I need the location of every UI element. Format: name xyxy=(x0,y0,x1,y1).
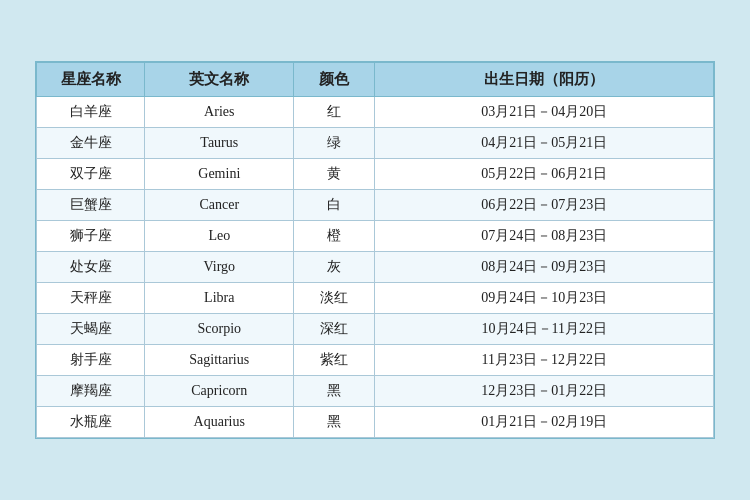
table-cell-10-3: 01月21日－02月19日 xyxy=(375,407,714,438)
table-row: 射手座Sagittarius紫红11月23日－12月22日 xyxy=(37,345,714,376)
header-color: 颜色 xyxy=(294,63,375,97)
table-cell-7-2: 深红 xyxy=(294,314,375,345)
table-cell-1-2: 绿 xyxy=(294,128,375,159)
table-cell-3-1: Cancer xyxy=(145,190,294,221)
table-row: 巨蟹座Cancer白06月22日－07月23日 xyxy=(37,190,714,221)
table-row: 天蝎座Scorpio深红10月24日－11月22日 xyxy=(37,314,714,345)
table-header-row: 星座名称 英文名称 颜色 出生日期（阳历） xyxy=(37,63,714,97)
table-cell-5-2: 灰 xyxy=(294,252,375,283)
table-body: 白羊座Aries红03月21日－04月20日金牛座Taurus绿04月21日－0… xyxy=(37,97,714,438)
table-cell-8-2: 紫红 xyxy=(294,345,375,376)
table-row: 白羊座Aries红03月21日－04月20日 xyxy=(37,97,714,128)
table-cell-0-3: 03月21日－04月20日 xyxy=(375,97,714,128)
table-cell-1-0: 金牛座 xyxy=(37,128,145,159)
table-row: 水瓶座Aquarius黑01月21日－02月19日 xyxy=(37,407,714,438)
table-row: 摩羯座Capricorn黑12月23日－01月22日 xyxy=(37,376,714,407)
table-cell-5-3: 08月24日－09月23日 xyxy=(375,252,714,283)
table-row: 狮子座Leo橙07月24日－08月23日 xyxy=(37,221,714,252)
table-cell-2-0: 双子座 xyxy=(37,159,145,190)
table-cell-9-2: 黑 xyxy=(294,376,375,407)
table-cell-2-1: Gemini xyxy=(145,159,294,190)
table-cell-3-3: 06月22日－07月23日 xyxy=(375,190,714,221)
table-row: 处女座Virgo灰08月24日－09月23日 xyxy=(37,252,714,283)
table-cell-4-3: 07月24日－08月23日 xyxy=(375,221,714,252)
table-cell-0-0: 白羊座 xyxy=(37,97,145,128)
table-cell-6-0: 天秤座 xyxy=(37,283,145,314)
table-cell-6-1: Libra xyxy=(145,283,294,314)
zodiac-table-container: 星座名称 英文名称 颜色 出生日期（阳历） 白羊座Aries红03月21日－04… xyxy=(35,61,715,439)
table-cell-8-0: 射手座 xyxy=(37,345,145,376)
table-cell-1-3: 04月21日－05月21日 xyxy=(375,128,714,159)
header-chinese: 星座名称 xyxy=(37,63,145,97)
table-row: 天秤座Libra淡红09月24日－10月23日 xyxy=(37,283,714,314)
header-date: 出生日期（阳历） xyxy=(375,63,714,97)
header-english: 英文名称 xyxy=(145,63,294,97)
table-cell-10-1: Aquarius xyxy=(145,407,294,438)
table-cell-9-0: 摩羯座 xyxy=(37,376,145,407)
table-cell-7-1: Scorpio xyxy=(145,314,294,345)
table-cell-5-0: 处女座 xyxy=(37,252,145,283)
table-cell-2-3: 05月22日－06月21日 xyxy=(375,159,714,190)
table-cell-8-3: 11月23日－12月22日 xyxy=(375,345,714,376)
table-cell-2-2: 黄 xyxy=(294,159,375,190)
table-cell-4-2: 橙 xyxy=(294,221,375,252)
table-cell-6-3: 09月24日－10月23日 xyxy=(375,283,714,314)
table-cell-10-0: 水瓶座 xyxy=(37,407,145,438)
table-cell-3-2: 白 xyxy=(294,190,375,221)
table-cell-9-1: Capricorn xyxy=(145,376,294,407)
table-cell-5-1: Virgo xyxy=(145,252,294,283)
table-cell-10-2: 黑 xyxy=(294,407,375,438)
table-cell-8-1: Sagittarius xyxy=(145,345,294,376)
table-row: 双子座Gemini黄05月22日－06月21日 xyxy=(37,159,714,190)
table-row: 金牛座Taurus绿04月21日－05月21日 xyxy=(37,128,714,159)
table-cell-7-3: 10月24日－11月22日 xyxy=(375,314,714,345)
table-cell-6-2: 淡红 xyxy=(294,283,375,314)
table-cell-4-0: 狮子座 xyxy=(37,221,145,252)
table-cell-7-0: 天蝎座 xyxy=(37,314,145,345)
table-cell-1-1: Taurus xyxy=(145,128,294,159)
table-cell-3-0: 巨蟹座 xyxy=(37,190,145,221)
zodiac-table: 星座名称 英文名称 颜色 出生日期（阳历） 白羊座Aries红03月21日－04… xyxy=(36,62,714,438)
table-cell-4-1: Leo xyxy=(145,221,294,252)
table-cell-9-3: 12月23日－01月22日 xyxy=(375,376,714,407)
table-cell-0-1: Aries xyxy=(145,97,294,128)
table-cell-0-2: 红 xyxy=(294,97,375,128)
